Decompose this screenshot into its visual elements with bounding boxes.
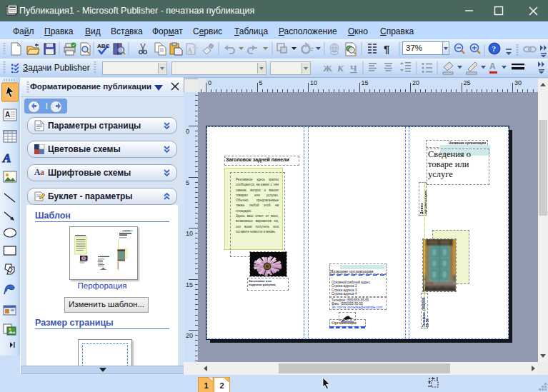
svg-text:A: A — [5, 111, 10, 119]
svg-text:¶: ¶ — [384, 43, 389, 55]
svg-text:Ч: Ч — [350, 63, 357, 74]
svg-text:К: К — [337, 63, 344, 74]
svg-text:?: ? — [492, 44, 497, 53]
svg-text:A: A — [489, 61, 496, 71]
svg-text:A: A — [2, 151, 11, 165]
svg-text:A: A — [187, 46, 193, 54]
svg-text:Ж: Ж — [323, 63, 332, 74]
